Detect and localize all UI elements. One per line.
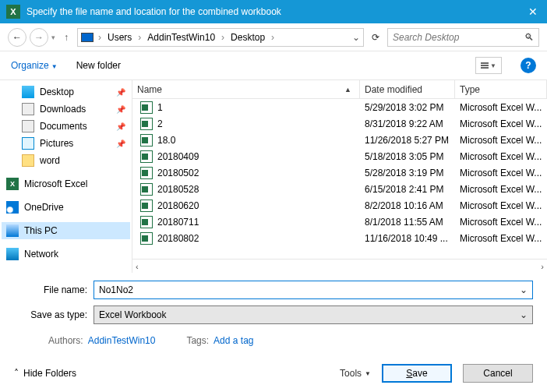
file-name: 20180409: [157, 151, 199, 162]
organize-menu[interactable]: Organize▼: [11, 60, 58, 71]
excel-file-icon: [140, 118, 153, 130]
close-icon[interactable]: ✕: [525, 5, 541, 18]
excel-icon: X: [6, 178, 19, 190]
footer: ˄Hide Folders Tools▼ Save Cancel: [0, 355, 547, 392]
sidebar-item-network[interactable]: Network: [2, 245, 130, 263]
net-icon: [6, 248, 19, 260]
authors-value[interactable]: AddinTestWin10: [88, 335, 156, 346]
back-button[interactable]: ←: [8, 28, 26, 47]
file-row[interactable]: 2018080211/16/2018 10:49 ...Microsoft Ex…: [132, 230, 547, 246]
sidebar-item-label: OneDrive: [24, 202, 125, 213]
filename-input[interactable]: [99, 284, 520, 295]
down-icon: [22, 103, 34, 115]
excel-file-icon: [140, 183, 153, 196]
forward-button[interactable]: →: [30, 28, 48, 47]
file-row[interactable]: 201806208/2/2018 10:16 AMMicrosoft Excel…: [132, 197, 547, 214]
file-date: 5/28/2018 3:19 PM: [360, 168, 455, 178]
chevron-down-icon[interactable]: ⌄: [520, 309, 528, 320]
excel-file-icon: [140, 150, 153, 163]
title-bar: X Specify the file name and location for…: [0, 0, 547, 23]
file-date: 5/18/2018 3:05 PM: [360, 151, 455, 162]
window-title: Specify the file name and location for t…: [26, 6, 525, 17]
file-type: Microsoft Excel W...: [455, 102, 547, 113]
pc-icon: [6, 224, 19, 237]
chevron-right-icon: ›: [268, 32, 277, 43]
horizontal-scrollbar[interactable]: ‹›: [132, 259, 547, 273]
sidebar-item-label: This PC: [24, 225, 125, 236]
file-date: 11/16/2018 10:49 ...: [360, 233, 455, 244]
search-box[interactable]: 🔍︎: [387, 28, 539, 47]
breadcrumb[interactable]: Desktop: [229, 32, 266, 43]
file-date: 8/31/2018 9:22 AM: [360, 118, 455, 129]
file-row[interactable]: 201805025/28/2018 3:19 PMMicrosoft Excel…: [132, 164, 547, 181]
file-name: 20180620: [157, 200, 199, 211]
sidebar-item-word[interactable]: word: [2, 152, 130, 169]
column-date[interactable]: Date modified: [360, 80, 455, 98]
view-options-button[interactable]: ▼: [475, 57, 502, 74]
chevron-down-icon[interactable]: ⌄: [520, 284, 528, 295]
nav-bar: ← → ▾ ↑ › Users › AddinTestWin10 › Deskt…: [0, 23, 547, 51]
save-button[interactable]: Save: [382, 364, 452, 383]
authors-label: Authors:: [48, 335, 83, 346]
pic-icon: [22, 137, 34, 150]
chevron-up-icon: ˄: [14, 368, 19, 379]
excel-file-icon: [140, 101, 153, 114]
folder-icon: [22, 154, 34, 167]
file-date: 8/2/2018 10:16 AM: [360, 200, 455, 211]
address-bar[interactable]: › Users › AddinTestWin10 › Desktop › ⌄: [77, 28, 364, 47]
breadcrumb[interactable]: AddinTestWin10: [146, 32, 217, 43]
refresh-button[interactable]: ⟳: [367, 29, 384, 46]
recent-dropdown[interactable]: ▾: [51, 34, 55, 41]
sidebar-item-onedrive[interactable]: OneDrive: [2, 199, 130, 216]
file-row[interactable]: 201804095/18/2018 3:05 PMMicrosoft Excel…: [132, 148, 547, 164]
filename-label: File name:: [14, 284, 94, 295]
file-type: Microsoft Excel W...: [455, 184, 547, 195]
sidebar-item-documents[interactable]: Documents📌: [2, 118, 130, 135]
sidebar-item-label: Microsoft Excel: [24, 178, 125, 189]
tools-menu[interactable]: Tools▼: [340, 368, 371, 379]
file-list: Name ▲ Date modified Type 15/29/2018 3:0…: [132, 80, 547, 273]
sidebar-item-pictures[interactable]: Pictures📌: [2, 135, 130, 152]
saveas-field[interactable]: Excel Workbook ⌄: [94, 305, 533, 324]
filename-field[interactable]: ⌄: [94, 281, 533, 299]
sidebar-item-microsoft-excel[interactable]: XMicrosoft Excel: [2, 175, 130, 192]
tags-value[interactable]: Add a tag: [214, 335, 253, 346]
search-input[interactable]: [393, 32, 520, 43]
file-type: Microsoft Excel W...: [455, 233, 547, 244]
excel-file-icon: [140, 216, 153, 228]
pin-icon: 📌: [116, 88, 125, 97]
file-date: 11/26/2018 5:27 PM: [360, 135, 455, 146]
search-icon[interactable]: 🔍︎: [524, 32, 534, 43]
file-name: 20180502: [157, 168, 199, 178]
file-row[interactable]: 28/31/2018 9:22 AMMicrosoft Excel W...: [132, 115, 547, 132]
help-button[interactable]: ?: [521, 58, 536, 73]
sidebar-item-downloads[interactable]: Downloads📌: [2, 101, 130, 118]
file-row[interactable]: 15/29/2018 3:02 PMMicrosoft Excel W...: [132, 99, 547, 115]
column-type[interactable]: Type: [455, 80, 547, 98]
excel-app-icon: X: [6, 5, 20, 19]
new-folder-button[interactable]: New folder: [76, 60, 121, 71]
chevron-right-icon: ›: [135, 32, 144, 43]
file-row[interactable]: 201807118/1/2018 11:55 AMMicrosoft Excel…: [132, 214, 547, 230]
sidebar-item-desktop[interactable]: Desktop📌: [2, 83, 130, 101]
excel-file-icon: [140, 200, 153, 212]
cancel-button[interactable]: Cancel: [463, 364, 533, 383]
sidebar-item-label: Network: [24, 249, 125, 260]
address-dropdown[interactable]: ⌄: [349, 32, 360, 43]
hide-folders-button[interactable]: ˄Hide Folders: [14, 368, 76, 379]
file-type: Microsoft Excel W...: [455, 135, 547, 146]
column-name[interactable]: Name ▲: [132, 80, 360, 98]
file-row[interactable]: 18.011/26/2018 5:27 PMMicrosoft Excel W.…: [132, 132, 547, 148]
up-button[interactable]: ↑: [58, 30, 74, 45]
toolbar: Organize▼ New folder ▼ ?: [0, 51, 547, 79]
tags-label: Tags:: [186, 335, 209, 346]
file-name: 20180711: [157, 217, 199, 228]
file-row[interactable]: 201805286/15/2018 2:41 PMMicrosoft Excel…: [132, 181, 547, 197]
file-type: Microsoft Excel W...: [455, 217, 547, 228]
column-headers: Name ▲ Date modified Type: [132, 80, 547, 99]
breadcrumb[interactable]: Users: [106, 32, 133, 43]
sidebar-item-label: word: [40, 155, 125, 166]
chevron-right-icon: ›: [95, 32, 104, 43]
sidebar-item-this-pc[interactable]: This PC: [2, 222, 130, 239]
doc-icon: [22, 120, 34, 132]
